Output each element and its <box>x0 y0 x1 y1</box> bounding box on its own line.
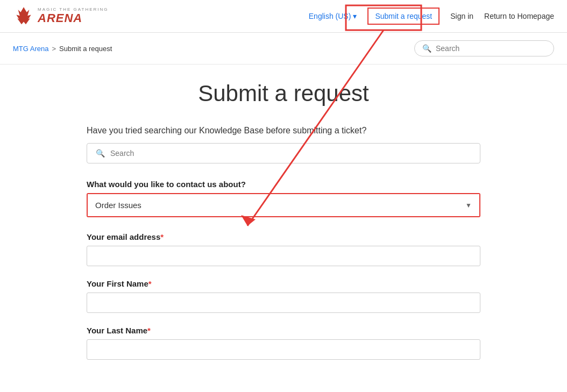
header-nav: English (US) ▾ Submit a request Sign in … <box>309 8 554 25</box>
last-name-label: Your Last Name* <box>87 326 480 335</box>
header-search-icon: 🔍 <box>422 44 431 53</box>
language-selector[interactable]: English (US) ▾ <box>309 12 357 20</box>
first-name-group: Your First Name* <box>87 279 480 313</box>
page-title: Submit a request <box>87 81 480 106</box>
breadcrumb-row: MTG Arena > Submit a request 🔍 <box>0 33 567 65</box>
svg-marker-0 <box>16 7 31 24</box>
email-group: Your email address* <box>87 232 480 266</box>
breadcrumb-current: Submit a request <box>59 45 112 53</box>
sign-in-link[interactable]: Sign in <box>450 12 473 20</box>
last-name-group: Your Last Name* <box>87 326 480 360</box>
logo[interactable]: ARENA MAGIC THE GATHERING ARENA <box>13 5 109 27</box>
contact-topic-label: What would you like to contact us about? <box>87 180 480 189</box>
contact-topic-select[interactable]: Order Issues Technical Issues Account Is… <box>88 194 479 216</box>
first-name-required-marker: * <box>148 279 152 288</box>
kb-search-input[interactable] <box>110 149 471 158</box>
first-name-input[interactable] <box>87 293 480 313</box>
contact-topic-group: What would you like to contact us about?… <box>87 180 480 217</box>
breadcrumb: MTG Arena > Submit a request <box>13 45 112 53</box>
logo-text: MAGIC THE GATHERING ARENA <box>38 8 109 25</box>
contact-topic-select-wrapper[interactable]: Order Issues Technical Issues Account Is… <box>87 193 480 217</box>
last-name-input[interactable] <box>87 339 480 360</box>
email-label: Your email address* <box>87 232 480 241</box>
email-required-marker: * <box>160 232 164 241</box>
breadcrumb-separator: > <box>52 45 56 53</box>
first-name-label: Your First Name* <box>87 279 480 288</box>
kb-search-box[interactable]: 🔍 <box>87 143 480 163</box>
email-input[interactable] <box>87 246 480 266</box>
kb-search-description: Have you tried searching our Knowledge B… <box>87 126 480 136</box>
kb-search-icon: 🔍 <box>96 149 105 158</box>
mtg-arena-logo-icon: ARENA <box>13 5 34 27</box>
language-dropdown-icon: ▾ <box>353 12 357 20</box>
return-to-homepage-link[interactable]: Return to Homepage <box>484 12 554 20</box>
header-search-input[interactable] <box>436 44 546 53</box>
header: ARENA MAGIC THE GATHERING ARENA English … <box>0 0 567 33</box>
last-name-required-marker: * <box>147 326 151 335</box>
submit-request-nav-link[interactable]: Submit a request <box>367 8 440 25</box>
form-section: What would you like to contact us about?… <box>87 180 480 360</box>
main-content: Submit a request Have you tried searchin… <box>74 65 493 392</box>
breadcrumb-parent-link[interactable]: MTG Arena <box>13 45 48 53</box>
language-label: English (US) <box>309 12 351 20</box>
header-search-box[interactable]: 🔍 <box>414 40 554 56</box>
